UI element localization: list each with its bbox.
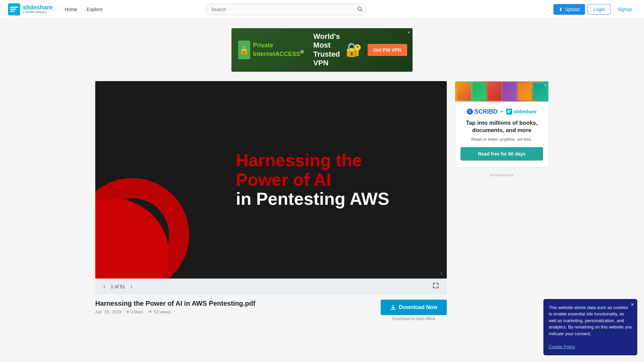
slide-fullscreen-button[interactable] xyxy=(430,281,441,292)
book-1 xyxy=(458,83,471,100)
like-icon: ♥ xyxy=(126,309,129,314)
book-2 xyxy=(473,83,486,100)
search-button[interactable] xyxy=(357,6,363,12)
download-button[interactable]: Download Now xyxy=(381,300,447,315)
svg-line-5 xyxy=(361,10,362,11)
ad-banner: × 🔒 Private InternetACCESS® World's Most… xyxy=(231,28,413,72)
logo-sub-text: a Scribd company xyxy=(23,11,53,14)
slide-title-red: Harnessing the Power of AI xyxy=(236,151,412,189)
slide-views: 👁 53 views xyxy=(148,309,171,314)
right-sidebar: × S SCRIBD + xyxy=(455,81,549,327)
download-sub-text: Download to read offline xyxy=(392,316,435,321)
ad-shield-icon: 🔒 xyxy=(238,41,250,59)
ad-close-button[interactable]: × xyxy=(408,30,410,35)
slide-text-area: Harnessing the Power of AI in Pentesting… xyxy=(236,151,412,209)
download-icon xyxy=(390,304,396,310)
upload-label: Upload xyxy=(565,7,580,12)
cookie-close-button[interactable]: × xyxy=(631,302,634,308)
ad-logo: 🔒 Private InternetACCESS® xyxy=(238,41,308,59)
scribd-promo-card: × S SCRIBD + xyxy=(455,81,549,168)
promo-sub: Read or listen anytime, ad-free. xyxy=(461,137,543,142)
svg-rect-2 xyxy=(10,9,16,10)
ad-brand-text: Private InternetACCESS® xyxy=(253,42,308,58)
ad-lock-icon: 🔐 xyxy=(345,42,362,58)
slide-meta: Apr. 16, 2023 ♥ 0 likes 👁 53 views xyxy=(95,309,255,314)
book-4 xyxy=(503,83,516,100)
search-bar xyxy=(206,4,367,15)
header-actions: ⬆ Upload Login Signup xyxy=(553,4,636,15)
ad-cta-button[interactable]: Get PIA VPN xyxy=(368,44,408,56)
download-label: Download Now xyxy=(399,304,437,310)
slide-page-number: 1 xyxy=(440,271,443,276)
slide-prev-button[interactable]: ‹ xyxy=(101,282,108,291)
slide-date: Apr. 16, 2023 xyxy=(95,309,121,314)
slide-likes: ♥ 0 likes xyxy=(126,309,143,314)
main-layout: Harnessing the Power of AI in Pentesting… xyxy=(87,81,557,327)
svg-text:S: S xyxy=(469,110,471,114)
svg-rect-3 xyxy=(10,11,15,12)
signup-button[interactable]: Signup xyxy=(613,4,636,14)
slideshare-logo-small: slideshare xyxy=(506,109,537,115)
slide-nav-left: ‹ 1 of 51 › xyxy=(101,282,135,291)
slideshare-small-icon xyxy=(506,109,512,115)
ad-headline: World's MostTrusted VPN xyxy=(313,32,340,68)
scribd-icon: S xyxy=(467,109,473,115)
slide-container: Harnessing the Power of AI in Pentesting… xyxy=(95,81,447,327)
nav-home[interactable]: Home xyxy=(61,4,81,15)
book-3 xyxy=(488,83,501,100)
search-input[interactable] xyxy=(206,4,367,15)
main-nav: Home Explore xyxy=(61,4,107,15)
logo-main-text: slideshare xyxy=(23,4,53,11)
svg-rect-10 xyxy=(507,111,510,112)
slide-title: Harnessing the Power of AI in AWS Pentes… xyxy=(95,300,255,307)
upload-button[interactable]: ⬆ Upload xyxy=(553,4,585,15)
slide-title-white: in Pentesting AWS xyxy=(236,189,412,208)
scribd-logo: S SCRIBD xyxy=(467,108,497,115)
eye-icon: 👁 xyxy=(148,309,153,314)
promo-headline: Tap into millions of books, documents, a… xyxy=(461,119,543,134)
slide-nav-bar: ‹ 1 of 51 › xyxy=(95,279,447,294)
nav-explore[interactable]: Explore xyxy=(83,4,106,15)
slide-details: Harnessing the Power of AI in AWS Pentes… xyxy=(95,300,255,314)
upload-icon: ⬆ xyxy=(559,7,563,12)
slide-circle-ring xyxy=(95,178,189,279)
slide-viewer: Harnessing the Power of AI in Pentesting… xyxy=(95,81,447,295)
cookie-banner: × This website stores data such as cooki… xyxy=(543,299,637,327)
slide-next-button[interactable]: › xyxy=(128,282,135,291)
svg-rect-1 xyxy=(10,7,18,8)
search-icon xyxy=(357,6,363,11)
header: slideshare a Scribd company Home Explore… xyxy=(0,0,644,19)
book-5 xyxy=(518,83,531,100)
login-button[interactable]: Login xyxy=(588,4,610,15)
promo-body: S SCRIBD + slideshare xyxy=(455,102,548,167)
promo-cta-button[interactable]: Read free for 60 days xyxy=(461,147,543,161)
plus-divider: + xyxy=(500,109,503,115)
slide-page-info: 1 of 51 xyxy=(111,284,125,289)
fullscreen-icon xyxy=(433,283,439,289)
svg-rect-9 xyxy=(507,110,511,111)
download-section: Download Now Download to read offline xyxy=(381,300,447,321)
svg-rect-11 xyxy=(507,112,509,113)
ad-label: Advertisement xyxy=(455,173,549,177)
slide-content: Harnessing the Power of AI in Pentesting… xyxy=(95,81,447,279)
promo-logos: S SCRIBD + slideshare xyxy=(461,108,543,115)
promo-book-strip: × xyxy=(455,81,548,102)
cookie-text: This website stores data such as cookies… xyxy=(549,304,632,327)
logo-link[interactable]: slideshare a Scribd company xyxy=(8,3,53,15)
slideshare-logo-icon xyxy=(8,3,20,15)
promo-close-button[interactable]: × xyxy=(544,83,546,87)
slide-info: Harnessing the Power of AI in AWS Pentes… xyxy=(95,294,447,326)
